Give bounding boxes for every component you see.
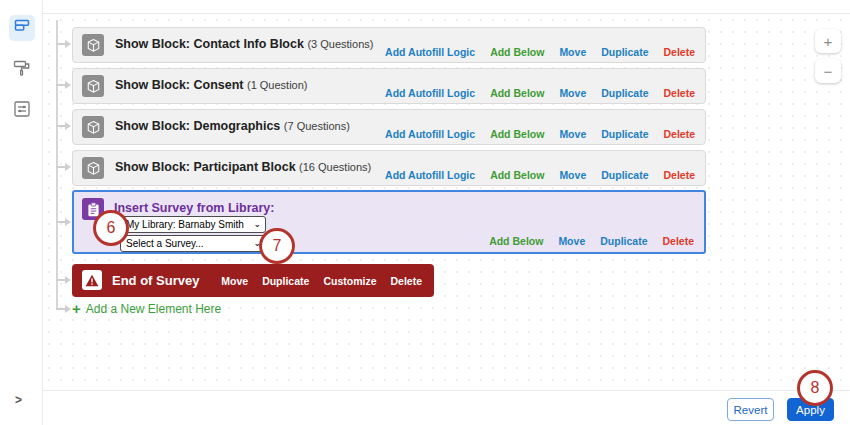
flow-block-contact-info[interactable]: Show Block: Contact Info Block (3 Questi… — [72, 27, 706, 63]
block-cube-icon — [82, 157, 104, 179]
survey-flow-page: > Show Block: Contact Info Block (3 Ques… — [0, 0, 850, 425]
move-link[interactable]: Move — [559, 128, 586, 140]
add-autofill-logic-link[interactable]: Add Autofill Logic — [385, 46, 475, 58]
expand-panel-chevron[interactable]: > — [15, 393, 22, 407]
block-cube-icon — [82, 75, 104, 97]
add-below-link[interactable]: Add Below — [490, 169, 544, 181]
survey-flow-icon — [13, 17, 31, 39]
customize-link[interactable]: Customize — [323, 275, 376, 287]
revert-button[interactable]: Revert — [727, 398, 774, 421]
flow-arrow — [56, 218, 72, 226]
top-divider — [43, 13, 850, 14]
warning-icon — [82, 270, 102, 290]
block-question-count: (16 Questions) — [299, 161, 371, 173]
duplicate-link[interactable]: Duplicate — [262, 275, 309, 287]
duplicate-link[interactable]: Duplicate — [601, 46, 648, 58]
move-link[interactable]: Move — [559, 46, 586, 58]
move-link[interactable]: Move — [559, 87, 586, 99]
add-autofill-logic-link[interactable]: Add Autofill Logic — [385, 169, 475, 181]
delete-link[interactable]: Delete — [662, 235, 694, 247]
block-action-links: Add Autofill Logic Add Below Move Duplic… — [385, 87, 695, 99]
delete-link[interactable]: Delete — [390, 275, 422, 287]
paint-roller-icon — [13, 59, 31, 81]
block-title: Show Block: Consent — [115, 78, 243, 92]
flow-arrow — [56, 40, 72, 48]
add-new-element-link[interactable]: + Add a New Element Here — [72, 302, 221, 316]
block-question-count: (7 Questions) — [284, 120, 350, 132]
block-title: Show Block: Demographics — [115, 119, 280, 133]
library-dropdown[interactable]: My Library: Barnaby Smith ⌄ — [120, 216, 266, 233]
block-cube-icon — [82, 34, 104, 56]
add-autofill-logic-link[interactable]: Add Autofill Logic — [385, 128, 475, 140]
move-link[interactable]: Move — [221, 275, 248, 287]
add-below-link[interactable]: Add Below — [490, 128, 544, 140]
flow-arrow — [56, 305, 72, 313]
flow-block-participant[interactable]: Show Block: Participant Block (16 Questi… — [72, 150, 706, 186]
block-cube-icon — [82, 116, 104, 138]
block-title: Show Block: Participant Block — [115, 160, 296, 174]
flow-block-consent[interactable]: Show Block: Consent (1 Question) Add Aut… — [72, 68, 706, 104]
delete-link[interactable]: Delete — [663, 169, 695, 181]
insert-survey-action-links: Add Below Move Duplicate Delete — [489, 235, 694, 247]
sidebar-item-survey-options[interactable] — [9, 98, 35, 124]
end-of-survey-bar[interactable]: End of Survey Move Duplicate Customize D… — [72, 264, 434, 297]
move-link[interactable]: Move — [559, 169, 586, 181]
sidebar-divider — [42, 0, 43, 425]
annotation-step-8: 8 — [797, 370, 833, 406]
add-below-link[interactable]: Add Below — [490, 46, 544, 58]
add-new-element-label: Add a New Element Here — [86, 302, 221, 316]
footer-divider — [43, 390, 850, 391]
insert-survey-title: Insert Survey from Library: — [114, 201, 274, 215]
delete-link[interactable]: Delete — [663, 128, 695, 140]
survey-dropdown[interactable]: Select a Survey... ⌄ — [120, 235, 266, 252]
sidebar-item-look-and-feel[interactable] — [9, 57, 35, 83]
end-of-survey-title: End of Survey — [112, 273, 199, 288]
flow-arrow — [56, 163, 72, 171]
sidebar-item-survey-flow[interactable] — [9, 15, 35, 41]
flow-arrow — [56, 81, 72, 89]
flow-arrow — [56, 276, 72, 284]
flow-block-demographics[interactable]: Show Block: Demographics (7 Questions) A… — [72, 109, 706, 145]
duplicate-link[interactable]: Duplicate — [601, 169, 648, 181]
add-autofill-logic-link[interactable]: Add Autofill Logic — [385, 87, 475, 99]
annotation-step-6: 6 — [93, 210, 129, 246]
options-sliders-icon — [13, 100, 31, 122]
chevron-down-icon: ⌄ — [253, 217, 261, 232]
plus-icon: + — [72, 303, 81, 315]
add-below-link[interactable]: Add Below — [490, 87, 544, 99]
delete-link[interactable]: Delete — [663, 46, 695, 58]
zoom-in-button[interactable]: + — [815, 29, 841, 53]
annotation-step-7: 7 — [259, 228, 295, 264]
duplicate-link[interactable]: Duplicate — [601, 128, 648, 140]
insert-survey-block[interactable]: Insert Survey from Library: My Library: … — [72, 190, 706, 254]
end-of-survey-action-links: Move Duplicate Customize Delete — [221, 275, 422, 287]
block-action-links: Add Autofill Logic Add Below Move Duplic… — [385, 128, 695, 140]
duplicate-link[interactable]: Duplicate — [600, 235, 647, 247]
move-link[interactable]: Move — [558, 235, 585, 247]
block-question-count: (3 Questions) — [307, 38, 373, 50]
add-below-link[interactable]: Add Below — [489, 235, 543, 247]
zoom-out-button[interactable]: − — [815, 59, 841, 83]
delete-link[interactable]: Delete — [663, 87, 695, 99]
duplicate-link[interactable]: Duplicate — [601, 87, 648, 99]
block-title: Show Block: Contact Info Block — [115, 37, 304, 51]
block-question-count: (1 Question) — [247, 79, 308, 91]
block-action-links: Add Autofill Logic Add Below Move Duplic… — [385, 46, 695, 58]
flow-arrow — [56, 122, 72, 130]
block-action-links: Add Autofill Logic Add Below Move Duplic… — [385, 169, 695, 181]
